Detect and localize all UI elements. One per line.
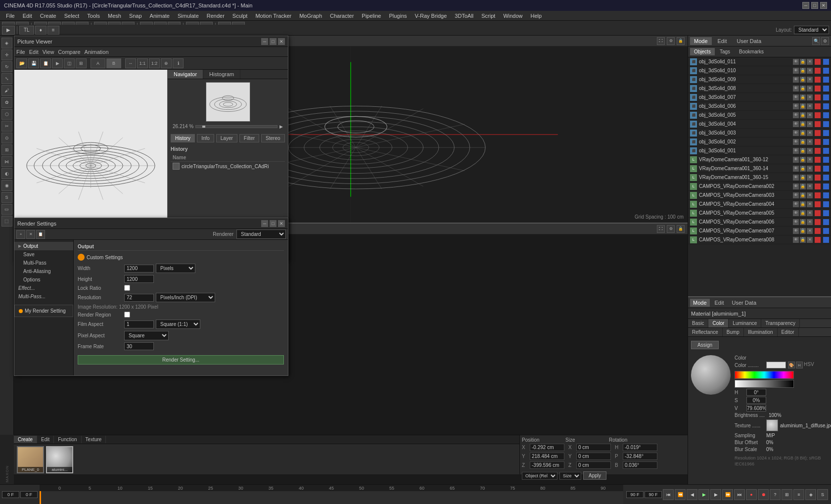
object-ctrl-btn[interactable]: 👁: [793, 201, 799, 207]
object-ctrl-btn[interactable]: 👁: [793, 68, 799, 74]
rs-custom-indicator[interactable]: [78, 254, 85, 261]
rs-film-type[interactable]: Square (1:1): [156, 320, 200, 329]
menu-item-snap[interactable]: Snap: [125, 11, 146, 21]
pv-zoomhalf-btn[interactable]: 1:2: [149, 58, 160, 68]
menu-item-v-ray bridge[interactable]: V-Ray Bridge: [411, 11, 451, 21]
object-list-item[interactable]: ⬛obj_3dSolid_003👁🔒✕: [688, 129, 831, 137]
object-ctrl-btn[interactable]: ✕: [807, 94, 813, 100]
object-ctrl-btn[interactable]: 🔒: [800, 183, 806, 189]
layer2-btn[interactable]: ≡: [793, 489, 804, 500]
pv-copy-btn[interactable]: 📋: [40, 58, 51, 68]
sculpt-btn[interactable]: ✿: [1, 97, 12, 108]
magnet-btn[interactable]: ⊙: [1, 133, 12, 143]
editor-tab[interactable]: Editor: [778, 328, 799, 336]
object-ctrl-btn[interactable]: 👁: [793, 103, 799, 109]
pv-close-btn[interactable]: ✕: [278, 38, 285, 45]
rs-minimize-btn[interactable]: ─: [261, 220, 268, 227]
object-list-item[interactable]: ⬛obj_3dSolid_010👁🔒✕: [688, 66, 831, 75]
object-list-item[interactable]: LCAMPOS_VRayDomeCamera004👁🔒✕: [688, 200, 831, 209]
rs-options-item[interactable]: ▶ Options: [14, 275, 73, 284]
object-list-item[interactable]: LCAMPOS_VRayDomeCamera005👁🔒✕: [688, 209, 831, 218]
next-key-btn[interactable]: ⏩: [722, 489, 733, 500]
object-ctrl-btn[interactable]: ✕: [807, 237, 813, 243]
object-ctrl-btn[interactable]: 👁: [793, 183, 799, 189]
object-ctrl-btn[interactable]: 🔒: [800, 237, 806, 243]
object-ctrl-btn[interactable]: 👁: [793, 59, 799, 65]
object-ctrl-btn[interactable]: 🔒: [800, 175, 806, 181]
object-ctrl-btn[interactable]: 🔒: [800, 201, 806, 207]
object-ctrl-btn[interactable]: 🔒: [800, 103, 806, 109]
history-row[interactable]: circleTriangularTruss_Collection_CAdRi: [171, 162, 285, 171]
object-list-item[interactable]: ⬛obj_3dSolid_011👁🔒✕: [688, 57, 831, 66]
object-ctrl-btn[interactable]: 🔒: [800, 68, 806, 74]
vp-lock-btn[interactable]: 🔒: [677, 37, 685, 45]
p-rot-input[interactable]: [623, 453, 657, 460]
knife-btn[interactable]: ✂: [1, 121, 12, 132]
color-swatch[interactable]: [766, 362, 786, 368]
mode-tab2[interactable]: Mode: [690, 299, 710, 307]
object-ctrl-btn[interactable]: 🔒: [800, 148, 806, 154]
object-ctrl-btn[interactable]: 👁: [793, 237, 799, 243]
vp-fullscreen-btn[interactable]: ⛶: [657, 37, 665, 45]
object-ctrl-btn[interactable]: 🔒: [800, 157, 806, 163]
rs-fr-input[interactable]: [124, 342, 154, 350]
prev-frame-btn[interactable]: ◀: [687, 489, 697, 500]
transparency-tab[interactable]: Transparency: [761, 319, 800, 327]
menu-item-script[interactable]: Script: [477, 11, 499, 21]
rs-height-input[interactable]: [124, 275, 154, 283]
menu-item-sculpt[interactable]: Sculpt: [229, 11, 252, 21]
object-ctrl-btn[interactable]: ✕: [807, 148, 813, 154]
shader-btn[interactable]: ◐: [1, 168, 12, 179]
history-tab[interactable]: History: [171, 134, 195, 142]
object-list-item[interactable]: LCAMPOS_VRayDomeCamera008👁🔒✕: [688, 235, 831, 244]
poly-btn[interactable]: ⬡: [1, 109, 12, 120]
color-picker-btn[interactable]: 🎨: [788, 362, 795, 368]
y-pos-input[interactable]: [530, 453, 564, 460]
minimize-btn[interactable]: ─: [802, 2, 809, 9]
pv-animation-menu[interactable]: Animation: [85, 49, 109, 55]
layout-dropdown[interactable]: Standard: [794, 26, 829, 34]
play-btn[interactable]: ▶: [698, 489, 709, 500]
mirror-btn[interactable]: ⊞: [1, 144, 12, 155]
rs-profile-item[interactable]: My Render Setting: [17, 307, 71, 315]
rs-multipass2-item[interactable]: Multi-Pass...: [14, 292, 73, 301]
rp-search-btn[interactable]: 🔍: [812, 37, 820, 45]
timeline-playhead[interactable]: [40, 491, 41, 504]
mode-tab[interactable]: Mode: [690, 37, 712, 45]
object-ctrl-btn[interactable]: 🔒: [800, 94, 806, 100]
texture2-btn[interactable]: ⬚: [1, 216, 12, 227]
pv-zoom-right-btn[interactable]: ▶: [279, 124, 283, 129]
object-ctrl-btn[interactable]: 👁: [793, 139, 799, 145]
object-list-item[interactable]: ⬛obj_3dSolid_004👁🔒✕: [688, 120, 831, 129]
object-list-item[interactable]: ⬛obj_3dSolid_008👁🔒✕: [688, 84, 831, 93]
object-ctrl-btn[interactable]: 🔒: [800, 77, 806, 83]
fps-input[interactable]: [626, 491, 644, 498]
rp-gear-btn[interactable]: ⚙: [821, 37, 829, 45]
luminance-tab[interactable]: Luminance: [729, 319, 761, 327]
h-rot-input[interactable]: [623, 444, 657, 451]
object-ctrl-btn[interactable]: 👁: [793, 86, 799, 92]
basic-tab[interactable]: Basic: [688, 319, 708, 327]
menu-item-mesh[interactable]: Mesh: [104, 11, 125, 21]
pv-info-btn[interactable]: ℹ: [173, 58, 184, 68]
z-size-input[interactable]: [576, 461, 611, 469]
script3-btn[interactable]: S: [817, 489, 828, 500]
object-ctrl-btn[interactable]: 🔒: [800, 192, 806, 198]
floor-btn[interactable]: ▭: [1, 204, 12, 215]
rs-res-input[interactable]: [124, 294, 154, 302]
object-list-item[interactable]: LCAMPOS_VRayDomeCamera002👁🔒✕: [688, 182, 831, 191]
layout-mode-btn[interactable]: ▶: [2, 26, 15, 35]
s-input[interactable]: [746, 397, 766, 404]
object-list-item[interactable]: LCAMPOS_VRayDomeCamera007👁🔒✕: [688, 227, 831, 235]
object-ctrl-btn[interactable]: ✕: [807, 77, 813, 83]
material-thumb-plane[interactable]: PLANE_0: [17, 446, 44, 473]
menu-item-help[interactable]: Help: [527, 11, 546, 21]
bookmarks-tab[interactable]: Bookmarks: [735, 48, 768, 55]
assign-button[interactable]: Assign: [691, 341, 719, 349]
rs-multipass-item[interactable]: ▶ Multi-Pass: [14, 259, 73, 267]
userdata-tab2[interactable]: User Data: [729, 299, 760, 307]
object-ctrl-btn[interactable]: 👁: [793, 228, 799, 234]
h-input[interactable]: [746, 389, 766, 396]
object-ctrl-btn[interactable]: 🔒: [800, 139, 806, 145]
menu-item-3dtoall[interactable]: 3DToAll: [451, 11, 477, 21]
